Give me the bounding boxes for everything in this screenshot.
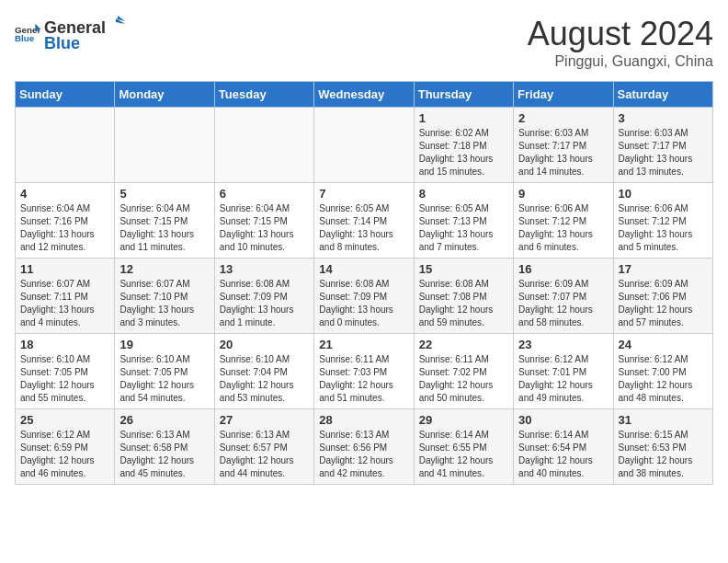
calendar-week-row: 11Sunrise: 6:07 AM Sunset: 7:11 PM Dayli… <box>16 259 713 334</box>
calendar-day-31: 31Sunrise: 6:15 AM Sunset: 6:53 PM Dayli… <box>613 409 712 485</box>
day-number: 12 <box>119 262 209 276</box>
calendar-day-17: 17Sunrise: 6:09 AM Sunset: 7:06 PM Dayli… <box>613 259 712 334</box>
calendar-day-3: 3Sunrise: 6:03 AM Sunset: 7:17 PM Daylig… <box>613 108 712 183</box>
day-number: 27 <box>220 413 309 427</box>
calendar-day-29: 29Sunrise: 6:14 AM Sunset: 6:55 PM Dayli… <box>414 409 513 485</box>
day-info: Sunrise: 6:13 AM Sunset: 6:56 PM Dayligh… <box>319 429 408 480</box>
day-info: Sunrise: 6:12 AM Sunset: 7:00 PM Dayligh… <box>619 353 708 405</box>
day-number: 19 <box>119 338 209 351</box>
day-info: Sunrise: 6:06 AM Sunset: 7:12 PM Dayligh… <box>518 202 608 254</box>
day-info: Sunrise: 6:05 AM Sunset: 7:13 PM Dayligh… <box>419 202 508 254</box>
day-info: Sunrise: 6:15 AM Sunset: 6:53 PM Dayligh… <box>619 429 708 480</box>
day-number: 21 <box>319 338 408 351</box>
day-info: Sunrise: 6:09 AM Sunset: 7:06 PM Dayligh… <box>619 278 708 329</box>
weekday-header-tuesday: Tuesday <box>214 82 313 108</box>
calendar-day-8: 8Sunrise: 6:05 AM Sunset: 7:13 PM Daylig… <box>414 183 513 259</box>
calendar-title: August 2024 <box>528 15 713 53</box>
day-info: Sunrise: 6:08 AM Sunset: 7:09 PM Dayligh… <box>319 278 408 329</box>
calendar-empty-cell <box>115 108 214 183</box>
calendar-day-25: 25Sunrise: 6:12 AM Sunset: 6:59 PM Dayli… <box>16 409 115 485</box>
calendar-day-14: 14Sunrise: 6:08 AM Sunset: 7:09 PM Dayli… <box>314 259 414 334</box>
title-block: August 2024 Pinggui, Guangxi, China <box>528 15 713 70</box>
calendar-day-4: 4Sunrise: 6:04 AM Sunset: 7:16 PM Daylig… <box>16 183 115 259</box>
day-number: 15 <box>419 262 508 276</box>
day-info: Sunrise: 6:13 AM Sunset: 6:58 PM Dayligh… <box>119 429 209 480</box>
calendar-table: SundayMondayTuesdayWednesdayThursdayFrid… <box>15 81 713 485</box>
weekday-header-thursday: Thursday <box>414 82 513 108</box>
day-info: Sunrise: 6:08 AM Sunset: 7:08 PM Dayligh… <box>419 278 508 329</box>
calendar-day-24: 24Sunrise: 6:12 AM Sunset: 7:00 PM Dayli… <box>613 334 712 409</box>
day-number: 9 <box>518 187 608 201</box>
calendar-day-6: 6Sunrise: 6:04 AM Sunset: 7:15 PM Daylig… <box>214 183 313 259</box>
calendar-day-16: 16Sunrise: 6:09 AM Sunset: 7:07 PM Dayli… <box>514 259 613 334</box>
day-number: 11 <box>20 262 109 276</box>
day-number: 5 <box>119 187 209 201</box>
calendar-day-21: 21Sunrise: 6:11 AM Sunset: 7:03 PM Dayli… <box>314 334 414 409</box>
day-number: 6 <box>220 187 309 201</box>
calendar-day-15: 15Sunrise: 6:08 AM Sunset: 7:08 PM Dayli… <box>414 259 513 334</box>
day-info: Sunrise: 6:12 AM Sunset: 6:59 PM Dayligh… <box>20 429 109 480</box>
calendar-day-10: 10Sunrise: 6:06 AM Sunset: 7:12 PM Dayli… <box>613 183 712 259</box>
calendar-day-26: 26Sunrise: 6:13 AM Sunset: 6:58 PM Dayli… <box>115 409 214 485</box>
calendar-day-13: 13Sunrise: 6:08 AM Sunset: 7:09 PM Dayli… <box>214 259 313 334</box>
calendar-day-30: 30Sunrise: 6:14 AM Sunset: 6:54 PM Dayli… <box>514 409 613 485</box>
day-info: Sunrise: 6:08 AM Sunset: 7:09 PM Dayligh… <box>220 278 309 329</box>
calendar-week-row: 18Sunrise: 6:10 AM Sunset: 7:05 PM Dayli… <box>16 334 713 409</box>
day-info: Sunrise: 6:09 AM Sunset: 7:07 PM Dayligh… <box>518 278 608 329</box>
logo: General Blue General Blue <box>15 15 125 53</box>
day-number: 20 <box>220 338 309 351</box>
logo-icon: General Blue <box>15 21 40 47</box>
calendar-week-row: 1Sunrise: 6:02 AM Sunset: 7:18 PM Daylig… <box>16 108 713 183</box>
calendar-empty-cell <box>16 108 115 183</box>
day-info: Sunrise: 6:12 AM Sunset: 7:01 PM Dayligh… <box>518 353 608 405</box>
calendar-day-23: 23Sunrise: 6:12 AM Sunset: 7:01 PM Dayli… <box>514 334 613 409</box>
day-info: Sunrise: 6:04 AM Sunset: 7:15 PM Dayligh… <box>119 202 209 254</box>
day-number: 1 <box>419 111 508 125</box>
day-info: Sunrise: 6:07 AM Sunset: 7:10 PM Dayligh… <box>119 278 209 329</box>
calendar-day-19: 19Sunrise: 6:10 AM Sunset: 7:05 PM Dayli… <box>115 334 214 409</box>
day-number: 2 <box>518 111 608 125</box>
day-number: 4 <box>20 187 109 201</box>
day-number: 17 <box>619 262 708 276</box>
day-info: Sunrise: 6:13 AM Sunset: 6:57 PM Dayligh… <box>220 429 309 480</box>
weekday-header-row: SundayMondayTuesdayWednesdayThursdayFrid… <box>16 82 713 108</box>
day-number: 3 <box>619 111 708 125</box>
weekday-header-sunday: Sunday <box>16 82 115 108</box>
weekday-header-monday: Monday <box>115 82 214 108</box>
day-info: Sunrise: 6:03 AM Sunset: 7:17 PM Dayligh… <box>518 127 608 178</box>
day-info: Sunrise: 6:10 AM Sunset: 7:05 PM Dayligh… <box>119 353 209 405</box>
day-number: 10 <box>619 187 708 201</box>
svg-text:Blue: Blue <box>15 33 35 43</box>
day-info: Sunrise: 6:14 AM Sunset: 6:55 PM Dayligh… <box>419 429 508 480</box>
day-number: 25 <box>20 413 109 427</box>
day-number: 29 <box>419 413 508 427</box>
calendar-day-7: 7Sunrise: 6:05 AM Sunset: 7:14 PM Daylig… <box>314 183 414 259</box>
day-info: Sunrise: 6:02 AM Sunset: 7:18 PM Dayligh… <box>419 127 508 178</box>
day-number: 30 <box>518 413 608 427</box>
day-info: Sunrise: 6:04 AM Sunset: 7:16 PM Dayligh… <box>20 202 109 254</box>
calendar-week-row: 25Sunrise: 6:12 AM Sunset: 6:59 PM Dayli… <box>16 409 713 485</box>
day-number: 26 <box>119 413 209 427</box>
calendar-day-27: 27Sunrise: 6:13 AM Sunset: 6:57 PM Dayli… <box>214 409 313 485</box>
day-info: Sunrise: 6:03 AM Sunset: 7:17 PM Dayligh… <box>619 127 708 178</box>
day-info: Sunrise: 6:05 AM Sunset: 7:14 PM Dayligh… <box>319 202 408 254</box>
day-info: Sunrise: 6:04 AM Sunset: 7:15 PM Dayligh… <box>220 202 309 254</box>
day-number: 28 <box>319 413 408 427</box>
calendar-day-28: 28Sunrise: 6:13 AM Sunset: 6:56 PM Dayli… <box>314 409 414 485</box>
day-info: Sunrise: 6:11 AM Sunset: 7:03 PM Dayligh… <box>319 353 408 405</box>
day-number: 22 <box>419 338 508 351</box>
weekday-header-friday: Friday <box>514 82 613 108</box>
day-info: Sunrise: 6:06 AM Sunset: 7:12 PM Dayligh… <box>619 202 708 254</box>
calendar-day-20: 20Sunrise: 6:10 AM Sunset: 7:04 PM Dayli… <box>214 334 313 409</box>
calendar-empty-cell <box>314 108 414 183</box>
calendar-day-22: 22Sunrise: 6:11 AM Sunset: 7:02 PM Dayli… <box>414 334 513 409</box>
day-number: 8 <box>419 187 508 201</box>
logo-bird-icon <box>107 15 125 33</box>
weekday-header-saturday: Saturday <box>613 82 712 108</box>
day-info: Sunrise: 6:11 AM Sunset: 7:02 PM Dayligh… <box>419 353 508 405</box>
calendar-subtitle: Pinggui, Guangxi, China <box>528 53 713 70</box>
day-number: 23 <box>518 338 608 351</box>
day-info: Sunrise: 6:10 AM Sunset: 7:05 PM Dayligh… <box>20 353 109 405</box>
calendar-day-12: 12Sunrise: 6:07 AM Sunset: 7:10 PM Dayli… <box>115 259 214 334</box>
calendar-week-row: 4Sunrise: 6:04 AM Sunset: 7:16 PM Daylig… <box>16 183 713 259</box>
